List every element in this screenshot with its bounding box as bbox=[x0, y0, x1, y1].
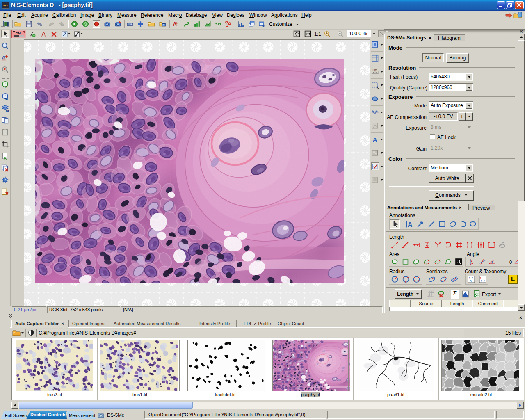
svg-text:M: M bbox=[5, 96, 8, 100]
svg-text:A: A bbox=[408, 221, 412, 228]
svg-text:M: M bbox=[6, 108, 9, 112]
svg-text:NIS: NIS bbox=[2, 4, 8, 7]
svg-text:3: 3 bbox=[470, 279, 472, 283]
svg-text:ON: ON bbox=[16, 32, 21, 35]
svg-text:um: um bbox=[373, 68, 377, 71]
svg-text:A: A bbox=[5, 84, 7, 89]
svg-text:A: A bbox=[373, 136, 377, 143]
